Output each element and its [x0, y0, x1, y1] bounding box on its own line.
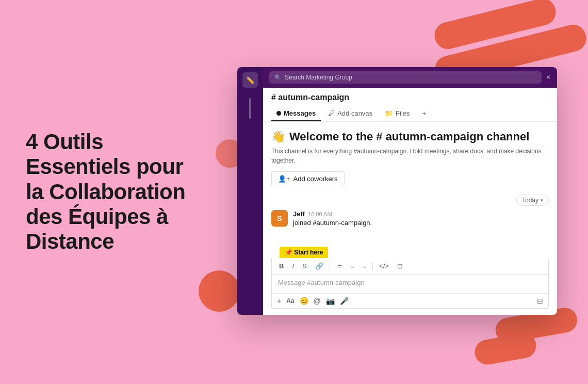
composer-toolbar: B I S 🔗 := ≡ ≡ </> ⊡	[272, 258, 548, 275]
message-text: joined #autumn-campaign.	[293, 219, 549, 227]
message-content: Jeff 10:00 AM joined #autumn-campaign.	[293, 210, 549, 227]
files-icon: 📁	[385, 109, 393, 117]
message-time: 10:00 AM	[308, 211, 332, 217]
slash-button[interactable]: ⊟	[537, 297, 543, 305]
start-here-tab[interactable]: 📌 Start here	[280, 247, 328, 258]
search-bar[interactable]: 🔍 Search Marketing Group	[269, 71, 542, 84]
text-format-button[interactable]: Aa	[286, 297, 294, 305]
wave-emoji: 👋	[271, 130, 285, 143]
strikethrough-button[interactable]: S	[300, 261, 309, 271]
mention-button[interactable]: @	[314, 297, 321, 305]
search-text: Search Marketing Group	[285, 74, 352, 81]
app-window: ✏️ 🔍 Search Marketing Group ✕ # autumn-c…	[237, 67, 557, 315]
sidebar-divider	[249, 98, 251, 119]
link-button[interactable]: 🔗	[313, 261, 325, 271]
top-bar: 🔍 Search Marketing Group ✕	[263, 67, 557, 88]
channel-body: 👋 Welcome to the # autumn-campaign chann…	[263, 122, 557, 247]
indent-button[interactable]: ≡	[361, 261, 369, 271]
toolbar-sep-1	[330, 262, 330, 270]
message-author: Jeff	[293, 210, 305, 218]
mic-button[interactable]: 🎤	[340, 297, 349, 305]
block-button[interactable]: ⊡	[395, 261, 405, 271]
welcome-description: This channel is for everything #autumn-c…	[271, 147, 549, 165]
bg-stripe-4	[473, 331, 538, 366]
main-content: 🔍 Search Marketing Group ✕ # autumn-camp…	[263, 67, 557, 315]
start-here-tab-wrapper: 📌 Start here	[271, 247, 328, 258]
toolbar-sep-2	[372, 262, 373, 270]
search-close-icon[interactable]: ✕	[546, 74, 551, 81]
tab-add[interactable]: +	[417, 106, 432, 121]
ordered-list-button[interactable]: :=	[334, 261, 344, 271]
sidebar-compose-icon[interactable]: ✏️	[242, 72, 258, 88]
canvas-icon: 🖊	[328, 109, 335, 117]
avatar: S	[271, 210, 288, 227]
plus-button[interactable]: +	[277, 297, 281, 305]
welcome-title: 👋 Welcome to the # autumn-campaign chann…	[271, 130, 549, 143]
message-row: S Jeff 10:00 AM joined #autumn-campaign.	[271, 210, 549, 227]
bg-circle-1	[199, 270, 240, 312]
composer-footer: + Aa 😊 @ 📷 🎤 ⊟	[272, 293, 548, 308]
emoji-button[interactable]: 😊	[300, 297, 308, 305]
chevron-down-icon: ▾	[541, 198, 543, 203]
search-icon: 🔍	[274, 74, 282, 81]
composer: B I S 🔗 := ≡ ≡ </> ⊡ Message #autumn-cam…	[271, 258, 549, 309]
channel-title: # autumn-campaign	[271, 93, 549, 102]
composer-area: 📌 Start here B I S 🔗 := ≡ ≡ </> ⊡	[263, 247, 557, 315]
sidebar: ✏️	[237, 67, 263, 315]
italic-button[interactable]: I	[290, 261, 296, 271]
welcome-section: 👋 Welcome to the # autumn-campaign chann…	[271, 130, 549, 186]
tab-messages[interactable]: Messages	[271, 106, 321, 121]
main-heading: 4 Outils Essentiels pour la Collaboratio…	[26, 130, 222, 254]
message-meta: Jeff 10:00 AM	[293, 210, 549, 218]
left-text-block: 4 Outils Essentiels pour la Collaboratio…	[26, 130, 222, 254]
add-person-icon: 👤+	[278, 175, 290, 183]
tab-add-canvas[interactable]: 🖊 Add canvas	[323, 106, 378, 121]
welcome-text: Welcome to the # autumn-campaign channel	[289, 130, 529, 143]
code-button[interactable]: </>	[377, 261, 391, 271]
today-divider: Today ▾	[271, 195, 549, 206]
today-badge[interactable]: Today ▾	[516, 195, 549, 206]
add-coworkers-button[interactable]: 👤+ Add coworkers	[271, 171, 345, 186]
channel-tabs: Messages 🖊 Add canvas 📁 Files +	[271, 106, 549, 121]
unordered-list-button[interactable]: ≡	[348, 261, 356, 271]
channel-header: # autumn-campaign Messages 🖊 Add canvas …	[263, 88, 557, 122]
bold-button[interactable]: B	[277, 261, 286, 271]
composer-input[interactable]: Message #autumn-campaign	[272, 275, 548, 293]
messages-dot-icon	[276, 111, 281, 116]
camera-button[interactable]: 📷	[326, 297, 335, 305]
tab-files[interactable]: 📁 Files	[380, 106, 415, 121]
